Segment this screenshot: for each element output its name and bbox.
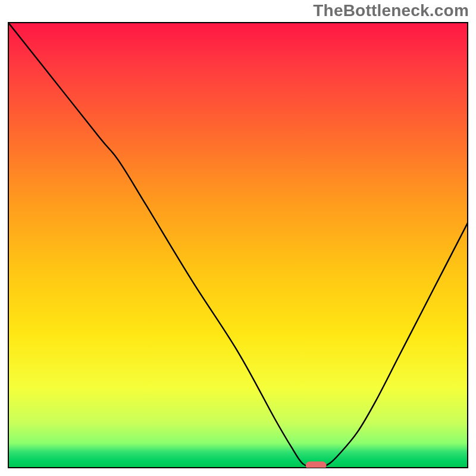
chart-svg [0, 0, 476, 476]
gradient-field [8, 23, 468, 468]
chart-stage: TheBottleneck.com [0, 0, 476, 476]
watermark-text: TheBottleneck.com [313, 1, 469, 20]
